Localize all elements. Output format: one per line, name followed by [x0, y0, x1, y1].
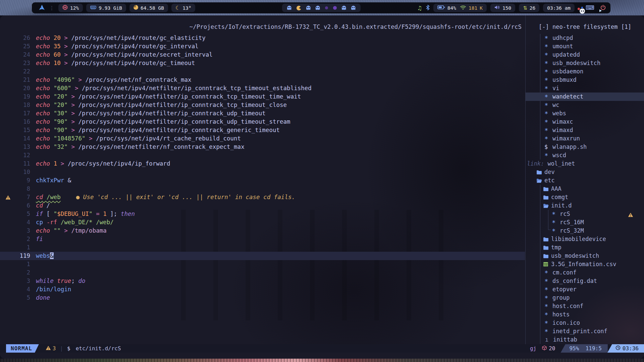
- tree-item-AAA[interactable]: AAA: [526, 185, 644, 193]
- code-line[interactable]: 2fi: [0, 235, 525, 243]
- tree-item-udhcpd[interactable]: *udhcpd: [526, 34, 644, 42]
- code-line[interactable]: 4cp -rf /web_DE/* /web/: [0, 218, 525, 227]
- code-line[interactable]: 5if [ "$DEBUG_UI" = 1 ]; then: [0, 210, 525, 218]
- tree-item-wimaxd[interactable]: *wimaxd: [526, 126, 644, 134]
- code-line[interactable]: 17echo "30" > /proc/sys/net/ipv4/netfilt…: [0, 109, 525, 118]
- tree-item-etc[interactable]: etc: [526, 176, 644, 185]
- code-line[interactable]: 5done: [0, 294, 525, 302]
- disk-widget[interactable]: 64.58 GB: [129, 4, 168, 12]
- code-line[interactable]: 2: [0, 268, 525, 277]
- config-file-icon: ı: [545, 336, 553, 344]
- tree-item-wimaxrun[interactable]: *wimaxrun: [526, 134, 644, 143]
- tree-item-libimobiledevice[interactable]: libimobiledevice: [526, 235, 644, 243]
- line-number: 21: [12, 76, 30, 84]
- tree-item-inetd_print.conf[interactable]: *inetd_print.conf: [526, 327, 644, 336]
- workspace-dot-icon[interactable]: [325, 6, 328, 9]
- workspace-ghost-icon[interactable]: [316, 6, 320, 10]
- code-line[interactable]: 8: [0, 185, 525, 193]
- code-line[interactable]: 4/bin/login: [0, 285, 525, 294]
- tree-item-dev[interactable]: dev: [526, 168, 644, 176]
- code-line[interactable]: 1: [0, 243, 525, 252]
- updates-widget[interactable]: ⇅ 26: [519, 4, 539, 12]
- code-line[interactable]: 11echo 1 > /proc/sys/net/ipv4/ip_forward: [0, 160, 525, 168]
- menu-dots-icon[interactable]: ⋮: [49, 5, 54, 11]
- tree-item-ds_config.dat[interactable]: *ds_config.dat: [526, 277, 644, 285]
- tree-item-group[interactable]: *group: [526, 294, 644, 302]
- code-line[interactable]: 7cd /web● Use 'cd ... || exit' or 'cd ..…: [0, 193, 525, 201]
- gutter-sign: [5, 160, 12, 168]
- tree-item-hosts[interactable]: *hosts: [526, 310, 644, 319]
- tree-item-inittab[interactable]: ıinittab: [526, 336, 644, 344]
- code-line[interactable]: 25echo 35 > /proc/sys/net/ipv4/route/gc_…: [0, 42, 525, 51]
- tree-item-etopver[interactable]: *etopver: [526, 285, 644, 294]
- clock-widget[interactable]: 03:36 am: [543, 4, 575, 12]
- tree-item-3.5G_Infomation.csv[interactable]: 3.5G_Infomation.csv: [526, 260, 644, 268]
- tree-item-comgt[interactable]: comgt: [526, 193, 644, 201]
- workspace-ghost-icon[interactable]: [306, 6, 311, 10]
- code-line[interactable]: 21echo "4096" > /proc/sys/net/nf_conntra…: [0, 76, 525, 84]
- code-line[interactable]: 14echo "1048576" > /proc/sys/net/ipv4/rt…: [0, 134, 525, 143]
- code-line[interactable]: 22: [0, 67, 525, 76]
- code-line[interactable]: 3echo "" > /tmp/obama: [0, 227, 525, 235]
- volume-widget[interactable]: 150: [490, 4, 515, 12]
- tree-item-cm.conf[interactable]: *cm.conf: [526, 268, 644, 277]
- code-line[interactable]: 1: [0, 260, 525, 268]
- code-line[interactable]: 24echo 60 > /proc/sys/net/ipv4/route/sec…: [0, 51, 525, 59]
- tree-item-vi[interactable]: *vi: [526, 84, 644, 93]
- workspace-ghost-icon[interactable]: [287, 6, 291, 10]
- code-line[interactable]: 10: [0, 168, 525, 176]
- workspace-switcher[interactable]: [282, 4, 361, 12]
- code-line[interactable]: 9chkTxPwr &: [0, 176, 525, 185]
- battery-network-widget[interactable]: 84% 181 K: [433, 4, 487, 12]
- workspace-dot-icon[interactable]: [333, 6, 337, 10]
- tree-item-usbmuxd[interactable]: *usbmuxd: [526, 76, 644, 84]
- code-line[interactable]: 13echo "32" > /proc/sys/net/netfilter/nf…: [0, 143, 525, 151]
- tree-item-wimaxc[interactable]: *wimaxc: [526, 118, 644, 126]
- code-line[interactable]: 20echo "600" > /proc/sys/net/ipv4/netfil…: [0, 84, 525, 93]
- keyboard-icon[interactable]: ⌨: [586, 5, 594, 11]
- code-line[interactable]: 16echo "90" > /proc/sys/net/ipv4/netfilt…: [0, 118, 525, 126]
- tree-item-usbdaemon[interactable]: *usbdaemon: [526, 67, 644, 76]
- code-buffer[interactable]: 26echo 20 > /proc/sys/net/ipv4/route/gc_…: [0, 34, 525, 302]
- tree-item-rcS_32M[interactable]: *rcS_32M: [526, 227, 644, 235]
- tree-item-icon.ico[interactable]: *icon.ico: [526, 319, 644, 327]
- code-line[interactable]: 15echo "90" > /proc/sys/net/ipv4/netfilt…: [0, 126, 525, 134]
- tree-item-usb_modeswitch[interactable]: usb_modeswitch: [526, 252, 644, 260]
- tree-item-wol_inet[interactable]: link: wol_inet: [526, 160, 644, 168]
- tree-item-wscd[interactable]: *wscd: [526, 151, 644, 160]
- tree-item-usb_modeswitch[interactable]: *usb_modeswitch: [526, 59, 644, 67]
- code-line[interactable]: 26echo 20 > /proc/sys/net/ipv4/route/gc_…: [0, 34, 525, 42]
- tree-item-wlanapp.sh[interactable]: $wlanapp.sh: [526, 143, 644, 151]
- tree-item-wc[interactable]: *wc: [526, 101, 644, 109]
- memory-widget[interactable]: 9.93 GiB: [86, 4, 126, 12]
- tree-item-rcS_16M[interactable]: *rcS_16M: [526, 218, 644, 227]
- tree-item-wandetect[interactable]: *wandetect: [526, 93, 644, 101]
- tree-item-rcS[interactable]: *rcS: [526, 210, 644, 218]
- tree-item-umount[interactable]: *umount: [526, 42, 644, 51]
- tree-item-tmp[interactable]: tmp: [526, 243, 644, 252]
- code-line[interactable]: 12: [0, 151, 525, 160]
- workspace-pacman-icon[interactable]: [297, 6, 301, 10]
- code-line[interactable]: 19echo "20" > /proc/sys/net/ipv4/netfilt…: [0, 93, 525, 101]
- code-line[interactable]: 119webs&: [0, 252, 525, 260]
- cpu-widget[interactable]: 12%: [58, 4, 83, 12]
- workspace-ghost-icon[interactable]: [342, 6, 346, 10]
- workspace-ghost-icon[interactable]: [351, 6, 356, 10]
- code-line[interactable]: 3while true; do: [0, 277, 525, 285]
- tree-item-updatedd[interactable]: *updatedd: [526, 51, 644, 59]
- tree-item-webs[interactable]: *webs: [526, 109, 644, 118]
- tree-item-init.d[interactable]: init.d: [526, 201, 644, 210]
- code-line[interactable]: 23echo 10 > /proc/sys/net/ipv4/route/gc_…: [0, 59, 525, 67]
- code-line[interactable]: 6cd /: [0, 201, 525, 210]
- code-line[interactable]: 18echo "20" > /proc/sys/net/ipv4/netfilt…: [0, 101, 525, 109]
- command-line[interactable]: [0, 353, 644, 359]
- arch-menu-icon[interactable]: [39, 4, 45, 12]
- music-icon[interactable]: ♫: [417, 5, 422, 11]
- gutter-sign: [5, 109, 12, 118]
- warning-icon: [46, 345, 51, 352]
- neotree-sidebar[interactable]: [-] neo-tree filesystem [1] *udhcpd*umou…: [525, 15, 644, 359]
- tree-item-host.conf[interactable]: *host.conf: [526, 302, 644, 310]
- bluetooth-icon[interactable]: [426, 5, 430, 11]
- editor-pane[interactable]: ~/Projects/IoT/extractions/RB-1732_TC_v2…: [0, 15, 525, 359]
- temperature-widget[interactable]: ☾13°: [171, 4, 196, 12]
